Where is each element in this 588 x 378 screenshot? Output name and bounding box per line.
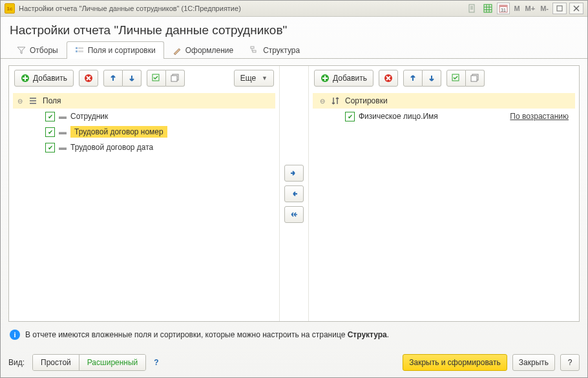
delete-icon: [84, 74, 93, 83]
help-button[interactable]: ?: [560, 354, 580, 371]
field-icon: ▬: [59, 112, 67, 121]
checkbox[interactable]: ✔: [45, 112, 55, 121]
delete-field-button[interactable]: [79, 70, 98, 87]
add-label: Добавить: [333, 74, 367, 83]
close-and-form-button[interactable]: Закрыть и сформировать: [403, 354, 507, 371]
arrow-right-icon: [289, 169, 299, 177]
field-row[interactable]: ✔ ▬ Сотрудник: [13, 109, 275, 124]
move-down-button[interactable]: [423, 70, 441, 87]
footer: Вид: Простой Расширенный ? Закрыть и сфо…: [1, 349, 587, 377]
uncheck-all-icon: [470, 74, 479, 83]
funnel-icon: [17, 46, 26, 55]
sort-row[interactable]: ✔ Физическое лицо.Имя По возрастанию: [313, 109, 575, 124]
m-button[interactable]: M: [512, 5, 521, 12]
checkbox[interactable]: ✔: [45, 127, 55, 137]
m-plus-button[interactable]: M+: [524, 5, 537, 12]
field-icon: ▬: [59, 127, 67, 136]
field-row[interactable]: ✔ ▬ Трудовой договор дата: [13, 140, 275, 155]
titlebar: 1c Настройки отчета "Личные данные сотру…: [1, 1, 587, 17]
move-up-button[interactable]: [103, 70, 123, 87]
move-all-left-button[interactable]: [284, 206, 304, 223]
checkbox[interactable]: ✔: [345, 112, 355, 121]
field-label: Трудовой договор дата: [70, 143, 153, 152]
tab-structure[interactable]: Структура: [242, 41, 308, 59]
checkbox[interactable]: ✔: [45, 143, 55, 152]
add-field-button[interactable]: Добавить: [14, 70, 74, 87]
sort-tree[interactable]: ⊖ Сортировки ✔ Физическое лицо.Имя По во…: [309, 90, 579, 321]
sort-icon: [331, 96, 341, 105]
move-right-button[interactable]: [284, 165, 304, 182]
close-button[interactable]: Закрыть: [512, 354, 555, 371]
fields-root-row[interactable]: ⊖ Поля: [13, 93, 275, 109]
sort-order-link[interactable]: По возрастанию: [510, 112, 569, 121]
view-simple-option[interactable]: Простой: [33, 355, 79, 370]
svg-rect-17: [76, 50, 78, 52]
arrow-up-icon: [109, 74, 117, 82]
move-left-button[interactable]: [284, 185, 304, 202]
more-label: Еще: [240, 74, 256, 83]
info-text-post: .: [387, 330, 389, 339]
tabs: Отборы Поля и сортировки Оформление Стру…: [1, 41, 587, 59]
uncheck-all-icon: [171, 74, 180, 83]
arrow-left-icon: [289, 190, 299, 198]
calendar-icon[interactable]: 31: [497, 3, 510, 14]
help-link[interactable]: ?: [154, 358, 158, 367]
page-title: Настройки отчета "Личные данные сотрудни…: [1, 17, 587, 41]
arrow-down-icon: [128, 74, 136, 82]
sort-panel: Добавить: [309, 66, 579, 321]
sort-root-label: Сортировки: [345, 96, 388, 105]
m-minus-button[interactable]: M-: [539, 5, 550, 12]
more-button[interactable]: Еще ▼: [234, 70, 274, 87]
field-icon: ▬: [59, 143, 67, 152]
maximize-button[interactable]: [552, 3, 567, 14]
field-label: Трудовой договор номер: [70, 126, 167, 138]
brush-icon: [173, 46, 182, 55]
collapse-icon[interactable]: ⊖: [318, 98, 327, 105]
fields-panel: Добавить: [9, 66, 279, 321]
svg-rect-20: [253, 50, 256, 52]
collapse-icon[interactable]: ⊖: [16, 98, 25, 105]
info-icon: i: [10, 330, 20, 340]
svg-rect-18: [78, 50, 83, 52]
tab-label: Структура: [263, 46, 300, 55]
info-bar: i В отчете имеются вложенные поля и сорт…: [8, 327, 580, 342]
dropdown-icon: ▼: [262, 75, 268, 81]
delete-sort-button[interactable]: [379, 70, 398, 87]
check-all-icon: [152, 74, 161, 83]
info-text-pre: В отчете имеются вложенные поля и сортир…: [25, 330, 348, 339]
plus-icon: [21, 74, 30, 83]
transfer-divider: [279, 66, 309, 321]
app-icon: 1c: [5, 3, 15, 14]
uncheck-all-button[interactable]: [166, 70, 185, 87]
doc-icon[interactable]: [466, 3, 479, 14]
fields-toolbar: Добавить: [9, 66, 279, 90]
add-label: Добавить: [33, 74, 67, 83]
field-row-selected[interactable]: ✔ ▬ Трудовой договор номер: [13, 124, 275, 140]
close-window-button[interactable]: [569, 3, 583, 14]
sort-field-label: Физическое лицо.Имя: [359, 112, 506, 121]
fields-tree[interactable]: ⊖ Поля ✔ ▬ Сотрудник ✔ ▬ Трудов: [9, 90, 279, 321]
tab-fields-sort[interactable]: Поля и сортировки: [67, 41, 164, 59]
svg-rect-16: [78, 47, 83, 49]
check-all-button[interactable]: [147, 70, 166, 87]
move-up-button[interactable]: [403, 70, 423, 87]
tab-formatting[interactable]: Оформление: [164, 41, 242, 59]
tab-label: Поля и сортировки: [88, 46, 156, 55]
add-sort-button[interactable]: Добавить: [314, 70, 373, 87]
svg-text:31: 31: [501, 8, 507, 12]
move-down-button[interactable]: [123, 70, 142, 87]
field-label: Сотрудник: [70, 112, 108, 121]
svg-rect-43: [471, 76, 477, 81]
tab-filters[interactable]: Отборы: [8, 41, 67, 59]
sort-toolbar: Добавить: [309, 66, 579, 90]
calc-icon[interactable]: [481, 3, 494, 14]
uncheck-all-button[interactable]: [466, 70, 485, 87]
check-all-button[interactable]: [446, 70, 466, 87]
sort-root-row[interactable]: ⊖ Сортировки: [313, 93, 575, 109]
view-label: Вид:: [8, 358, 25, 367]
fields-icon: [75, 46, 84, 55]
view-advanced-option[interactable]: Расширенный: [79, 355, 146, 370]
arrow-up-icon: [409, 74, 417, 82]
svg-rect-4: [484, 5, 492, 12]
svg-rect-19: [251, 47, 254, 48]
